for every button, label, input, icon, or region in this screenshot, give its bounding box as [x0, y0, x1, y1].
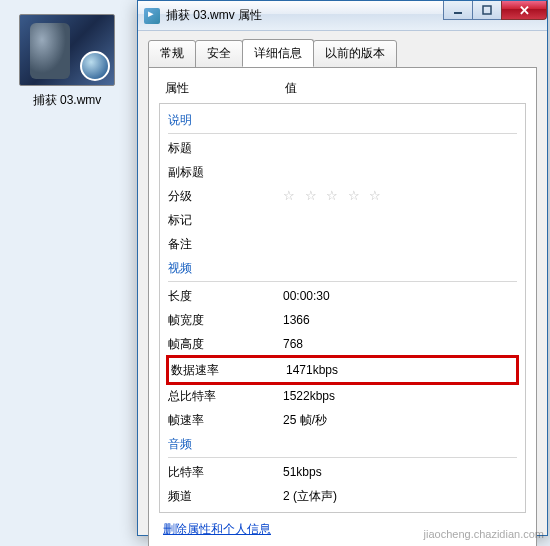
- row-channels[interactable]: 频道2 (立体声): [160, 484, 525, 508]
- maximize-button[interactable]: [472, 1, 502, 20]
- section-description: 说明: [160, 108, 525, 131]
- column-headers: 属性 值: [159, 78, 526, 103]
- row-title[interactable]: 标题: [160, 136, 525, 160]
- divider: [168, 133, 517, 134]
- file-thumbnail[interactable]: 捕获 03.wmv: [12, 14, 122, 109]
- header-value: 值: [285, 80, 297, 97]
- divider: [168, 457, 517, 458]
- tab-previous-versions[interactable]: 以前的版本: [313, 40, 397, 68]
- row-frame-height[interactable]: 帧高度768: [160, 332, 525, 356]
- properties-dialog: 捕获 03.wmv 属性 ✕ 常规 安全 详细信息 以前的版本 属性 值 说明 …: [137, 0, 548, 536]
- row-frame-rate[interactable]: 帧速率25 帧/秒: [160, 408, 525, 432]
- tab-bar: 常规 安全 详细信息 以前的版本: [148, 39, 537, 67]
- video-thumbnail-icon: [19, 14, 115, 86]
- row-frame-width[interactable]: 帧宽度1366: [160, 308, 525, 332]
- close-button[interactable]: ✕: [501, 1, 547, 20]
- row-subtitle[interactable]: 副标题: [160, 160, 525, 184]
- tab-security[interactable]: 安全: [195, 40, 243, 68]
- tab-general[interactable]: 常规: [148, 40, 196, 68]
- svg-rect-0: [454, 12, 462, 14]
- svg-rect-1: [483, 6, 491, 14]
- divider: [168, 281, 517, 282]
- tab-details[interactable]: 详细信息: [242, 39, 314, 67]
- row-bitrate[interactable]: 比特率51kbps: [160, 460, 525, 484]
- row-data-rate[interactable]: 数据速率1471kbps: [169, 358, 516, 382]
- rating-stars[interactable]: ☆ ☆ ☆ ☆ ☆: [283, 187, 517, 205]
- file-name-label: 捕获 03.wmv: [12, 92, 122, 109]
- video-file-icon: [144, 8, 160, 24]
- header-property: 属性: [165, 80, 285, 97]
- minimize-button[interactable]: [443, 1, 473, 20]
- titlebar[interactable]: 捕获 03.wmv 属性 ✕: [138, 1, 547, 31]
- section-audio: 音频: [160, 432, 525, 455]
- remove-properties-link[interactable]: 删除属性和个人信息: [163, 522, 271, 536]
- row-rating[interactable]: 分级☆ ☆ ☆ ☆ ☆: [160, 184, 525, 208]
- row-length[interactable]: 长度00:00:30: [160, 284, 525, 308]
- details-panel: 属性 值 说明 标题 副标题 分级☆ ☆ ☆ ☆ ☆ 标记 备注 视频 长度00…: [148, 67, 537, 546]
- row-tags[interactable]: 标记: [160, 208, 525, 232]
- row-total-bitrate[interactable]: 总比特率1522kbps: [160, 384, 525, 408]
- highlight-data-rate: 数据速率1471kbps: [166, 355, 519, 385]
- dialog-title: 捕获 03.wmv 属性: [166, 7, 262, 24]
- row-comments[interactable]: 备注: [160, 232, 525, 256]
- property-list[interactable]: 说明 标题 副标题 分级☆ ☆ ☆ ☆ ☆ 标记 备注 视频 长度00:00:3…: [159, 103, 526, 513]
- section-video: 视频: [160, 256, 525, 279]
